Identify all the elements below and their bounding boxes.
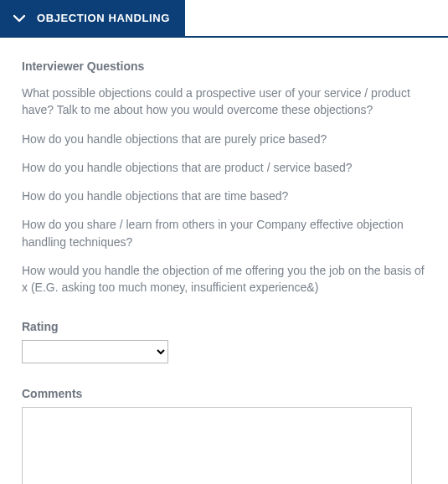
chevron-down-icon [13, 14, 25, 23]
question-item: How do you share / learn from others in … [22, 216, 426, 250]
comments-label: Comments [22, 387, 426, 400]
rating-field: Rating [22, 320, 426, 363]
header-title: OBJECTION HANDLING [37, 12, 170, 24]
question-list: What possible objections could a prospec… [22, 85, 426, 296]
rating-select[interactable] [22, 340, 168, 363]
header-tab-objection-handling[interactable]: OBJECTION HANDLING [0, 0, 185, 36]
section-title: Interviewer Questions [22, 59, 426, 73]
question-item: How do you handle objections that are ti… [22, 188, 426, 204]
comments-field: Comments [22, 387, 426, 484]
rating-label: Rating [22, 320, 426, 333]
header-bar: OBJECTION HANDLING [0, 0, 448, 38]
content-area: Interviewer Questions What possible obje… [0, 38, 448, 484]
question-item: How do you handle objections that are pr… [22, 159, 426, 176]
question-item: How would you handle the objection of me… [22, 262, 426, 296]
question-item: How do you handle objections that are pu… [22, 131, 426, 147]
comments-textarea[interactable] [22, 407, 412, 484]
question-item: What possible objections could a prospec… [22, 85, 426, 119]
